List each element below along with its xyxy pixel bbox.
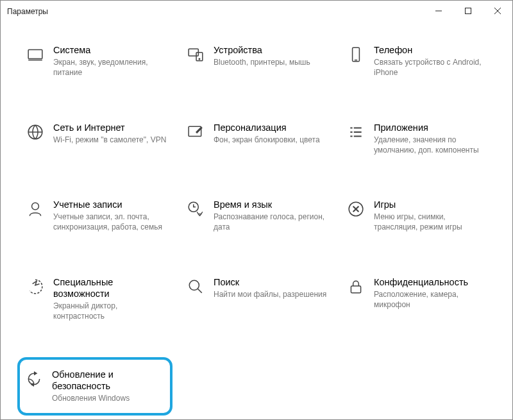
tile-desc: Фон, экран блокировки, цвета (214, 135, 330, 145)
tile-devices[interactable]: Устройства Bluetooth, принтеры, мышь (184, 40, 333, 82)
tile-desc: Экранный диктор, контрастность (53, 301, 170, 321)
tile-title: Специальные возможности (53, 276, 170, 299)
titlebar: Параметры (1, 1, 512, 21)
tile-phone[interactable]: Телефон Связать устройство с Android, iP… (344, 40, 493, 82)
tile-title: Учетные записи (53, 199, 170, 210)
svg-rect-0 (466, 8, 471, 14)
apps-icon (347, 123, 365, 141)
svg-point-4 (199, 58, 200, 60)
gaming-icon (347, 200, 365, 218)
tile-update-security[interactable]: Обновление и безопасность Обновления Win… (17, 357, 172, 415)
tile-title: Приложения (374, 122, 491, 133)
tile-time-language[interactable]: Время и язык Распознавание голоса, регио… (184, 195, 333, 237)
window-title: Параметры (7, 6, 48, 16)
accounts-icon (26, 200, 44, 218)
tile-desc: Связать устройство с Android, iPhone (374, 57, 491, 78)
tile-title: Поиск (214, 276, 330, 288)
tile-title: Обновление и безопасность (52, 369, 164, 392)
tile-title: Конфиденциальность (374, 276, 491, 288)
tile-title: Система (53, 44, 170, 56)
update-icon (25, 370, 43, 388)
tile-desc: Расположение, камера, микрофон (374, 289, 491, 310)
svg-rect-12 (351, 285, 360, 292)
tile-privacy[interactable]: Конфиденциальность Расположение, камера,… (344, 273, 493, 326)
tile-personalization[interactable]: Персонализация Фон, экран блокировки, цв… (184, 118, 333, 160)
tile-gaming[interactable]: Игры Меню игры, снимки, трансляция, режи… (344, 195, 493, 237)
time-language-icon (187, 200, 205, 218)
tile-title: Персонализация (214, 122, 330, 133)
personalization-icon (187, 123, 205, 141)
tile-desc: Обновления Windows (52, 393, 164, 403)
tile-desc: Учетные записи, эл. почта, синхронизация… (53, 212, 170, 232)
tile-title: Игры (374, 199, 491, 210)
tile-title: Время и язык (214, 199, 330, 210)
tile-title: Телефон (374, 44, 491, 56)
svg-rect-5 (353, 47, 360, 62)
tile-desc: Удаление, значения по умолчанию, доп. ко… (374, 135, 491, 155)
privacy-icon (347, 278, 365, 296)
svg-point-11 (189, 280, 199, 290)
tile-accounts[interactable]: Учетные записи Учетные записи, эл. почта… (24, 195, 172, 237)
minimize-button[interactable] (424, 1, 453, 21)
tile-title: Устройства (214, 44, 330, 56)
maximize-button[interactable] (453, 1, 483, 21)
search-icon (187, 278, 205, 296)
tile-desc: Wi-Fi, режим "в самолете", VPN (53, 135, 170, 145)
svg-rect-7 (189, 126, 201, 136)
svg-point-8 (32, 203, 39, 210)
tile-title: Сеть и Интернет (53, 122, 170, 133)
tile-network[interactable]: Сеть и Интернет Wi-Fi, режим "в самолете… (24, 118, 172, 160)
tile-desc: Меню игры, снимки, трансляция, режим игр… (374, 212, 491, 232)
tile-desc: Bluetooth, принтеры, мышь (214, 57, 330, 67)
globe-icon (26, 123, 44, 141)
tile-search[interactable]: Поиск Найти мои файлы, разрешения (184, 273, 333, 326)
tile-desc: Найти мои файлы, разрешения (214, 289, 330, 299)
system-icon (26, 46, 44, 63)
window-controls (424, 1, 512, 21)
tile-apps[interactable]: Приложения Удаление, значения по умолчан… (344, 118, 493, 160)
settings-window: Параметры Система Экран, звук, уведо (0, 0, 513, 420)
tile-desc: Распознавание голоса, регион, дата (214, 212, 330, 232)
tile-system[interactable]: Система Экран, звук, уведомления, питани… (24, 40, 172, 82)
devices-icon (187, 46, 205, 63)
tile-ease-of-access[interactable]: Специальные возможности Экранный диктор,… (24, 273, 172, 326)
phone-icon (347, 46, 365, 63)
svg-rect-1 (28, 49, 42, 58)
settings-content: Система Экран, звук, уведомления, питани… (1, 21, 512, 420)
tile-desc: Экран, звук, уведомления, питание (53, 57, 170, 78)
ease-of-access-icon (26, 278, 44, 296)
settings-grid: Система Экран, звук, уведомления, питани… (24, 40, 493, 416)
close-button[interactable] (483, 1, 512, 21)
